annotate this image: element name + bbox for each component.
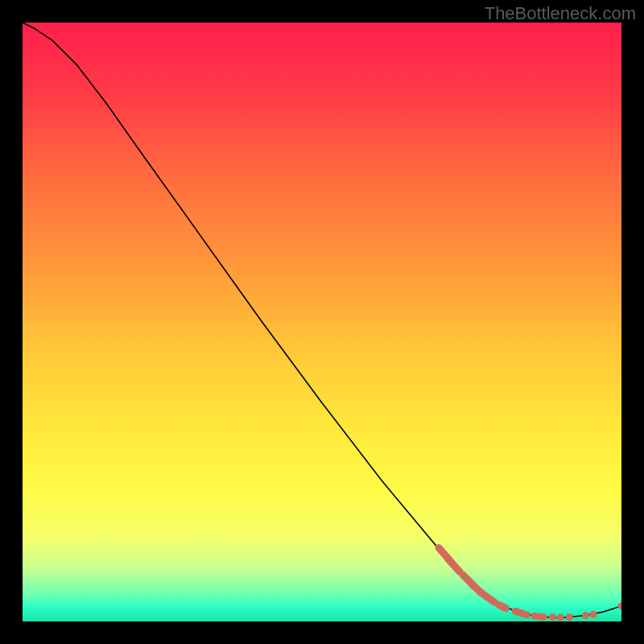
svg-line-6 bbox=[498, 605, 506, 608]
svg-point-15 bbox=[582, 612, 589, 619]
chart-overlay bbox=[23, 23, 621, 621]
svg-point-16 bbox=[590, 611, 597, 618]
svg-line-2 bbox=[448, 559, 460, 572]
svg-point-17 bbox=[618, 602, 622, 609]
chart-plot-area bbox=[23, 23, 621, 621]
svg-line-5 bbox=[480, 592, 495, 602]
svg-line-7 bbox=[515, 611, 522, 613]
svg-point-8 bbox=[523, 611, 530, 618]
attribution-text: TheBottleneck.com bbox=[485, 3, 636, 24]
svg-point-13 bbox=[557, 614, 564, 621]
svg-point-11 bbox=[540, 613, 547, 621]
svg-point-14 bbox=[566, 613, 573, 621]
chart-curve bbox=[23, 23, 621, 618]
chart-markers bbox=[439, 547, 621, 621]
svg-point-12 bbox=[549, 613, 556, 621]
